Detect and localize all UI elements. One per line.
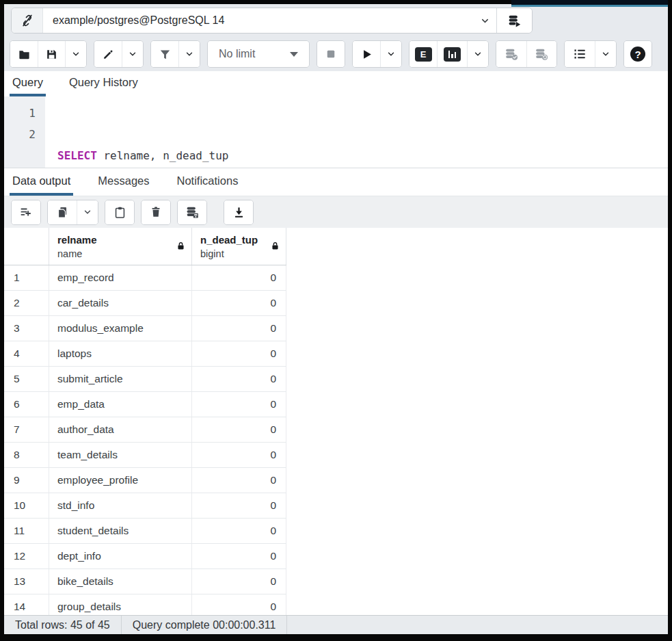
row-number[interactable]: 8 (4, 443, 49, 467)
table-row[interactable]: 11student_details0 (4, 519, 286, 544)
cell-relname[interactable]: modulus_example (49, 316, 192, 341)
cell-n-dead-tup[interactable]: 0 (192, 569, 286, 594)
row-number[interactable]: 7 (4, 417, 49, 442)
cell-relname[interactable]: student_details (49, 519, 192, 543)
row-number[interactable]: 14 (4, 594, 49, 615)
download-button[interactable] (224, 200, 253, 224)
table-row[interactable]: 5submit_article0 (4, 367, 286, 392)
tab-query-history[interactable]: Query History (66, 71, 141, 96)
connection-select[interactable]: example/postgres@PostgreSQL 14 (11, 8, 533, 34)
row-number[interactable]: 1 (4, 265, 49, 290)
column-header-n-dead-tup[interactable]: n_dead_tup bigint (192, 228, 286, 265)
row-number[interactable]: 3 (4, 316, 49, 341)
table-row[interactable]: 6emp_data0 (4, 392, 286, 417)
table-row[interactable]: 14group_details0 (4, 594, 286, 615)
cell-n-dead-tup[interactable]: 0 (192, 316, 286, 341)
tab-notifications[interactable]: Notifications (174, 168, 241, 196)
paste-button[interactable] (105, 200, 134, 224)
cell-n-dead-tup[interactable]: 0 (192, 544, 286, 568)
row-number[interactable]: 9 (4, 468, 49, 493)
cell-relname[interactable]: submit_article (49, 367, 192, 391)
cell-relname[interactable]: car_details (49, 291, 192, 315)
cell-relname[interactable]: dept_info (49, 544, 192, 568)
row-number[interactable]: 12 (4, 544, 49, 568)
tab-data-output[interactable]: Data output (10, 168, 73, 196)
row-number[interactable]: 4 (4, 341, 49, 366)
column-header-relname[interactable]: relname name (49, 228, 192, 265)
explain-analyze-button[interactable] (437, 41, 467, 67)
cell-relname[interactable]: author_data (49, 417, 192, 442)
delete-row-button[interactable] (142, 200, 170, 224)
commit-button[interactable] (496, 41, 526, 67)
row-number[interactable]: 13 (4, 569, 49, 594)
execute-options-dropdown[interactable] (380, 41, 401, 67)
table-row[interactable]: 8team_details0 (4, 443, 286, 468)
cell-n-dead-tup[interactable]: 0 (192, 392, 286, 417)
chevron-down-icon (185, 49, 194, 59)
copy-options-dropdown[interactable] (77, 200, 98, 224)
cancel-query-button[interactable] (317, 41, 345, 67)
copy-button[interactable] (48, 200, 77, 224)
explain-button[interactable]: E (409, 41, 437, 67)
row-number[interactable]: 5 (4, 367, 49, 391)
sql-code[interactable]: SELECT relname, n_dead_tup FROM pg_stat_… (45, 96, 668, 168)
cell-n-dead-tup[interactable]: 0 (192, 519, 286, 543)
tab-messages[interactable]: Messages (95, 168, 152, 196)
open-file-button[interactable] (10, 41, 38, 67)
save-data-changes-button[interactable] (178, 200, 206, 224)
save-icon (45, 48, 58, 61)
cell-n-dead-tup[interactable]: 0 (192, 443, 286, 467)
explain-group: E (409, 40, 489, 68)
table-row[interactable]: 3modulus_example0 (4, 316, 286, 341)
row-limit-select[interactable]: No limit (208, 41, 309, 67)
cell-relname[interactable]: group_details (49, 594, 192, 615)
row-number[interactable]: 11 (4, 519, 49, 543)
table-row[interactable]: 12dept_info0 (4, 544, 286, 569)
cell-relname[interactable]: laptops (49, 341, 192, 366)
cell-relname[interactable]: emp_data (49, 392, 192, 417)
cell-n-dead-tup[interactable]: 0 (192, 468, 286, 493)
add-row-button[interactable] (12, 200, 40, 224)
macro-button[interactable] (565, 41, 595, 67)
table-row[interactable]: 13bike_details0 (4, 569, 286, 594)
execute-button[interactable] (353, 41, 380, 67)
cell-relname[interactable]: std_info (49, 493, 192, 518)
table-row[interactable]: 10std_info0 (4, 493, 286, 519)
filter-options-dropdown[interactable] (178, 41, 200, 67)
table-row[interactable]: 4laptops0 (4, 341, 286, 367)
cell-relname[interactable]: employee_profile (49, 468, 192, 493)
cell-n-dead-tup[interactable]: 0 (192, 367, 286, 391)
explain-options-dropdown[interactable] (467, 41, 488, 67)
edit-button[interactable] (94, 41, 122, 67)
help-button[interactable]: ? (624, 41, 651, 67)
cell-n-dead-tup[interactable]: 0 (192, 417, 286, 442)
cell-n-dead-tup[interactable]: 0 (192, 265, 286, 290)
table-row[interactable]: 7author_data0 (4, 417, 286, 443)
chevron-down-icon[interactable] (473, 8, 496, 33)
cell-relname[interactable]: emp_record (49, 265, 192, 290)
table-row[interactable]: 1emp_record0 (4, 265, 286, 291)
save-options-dropdown[interactable] (65, 41, 86, 67)
table-row[interactable]: 9employee_profile0 (4, 468, 286, 493)
cell-n-dead-tup[interactable]: 0 (192, 291, 286, 315)
row-number[interactable]: 2 (4, 291, 49, 315)
save-file-button[interactable] (38, 41, 65, 67)
rollback-button[interactable] (526, 41, 556, 67)
new-connection-button[interactable] (497, 8, 532, 33)
cell-n-dead-tup[interactable]: 0 (192, 493, 286, 518)
filter-button[interactable] (151, 41, 178, 67)
row-number[interactable]: 10 (4, 493, 49, 518)
table-row[interactable]: 2car_details0 (4, 291, 286, 316)
row-number-header[interactable] (4, 228, 49, 265)
row-number[interactable]: 6 (4, 392, 49, 417)
cell-relname[interactable]: team_details (49, 443, 192, 467)
data-output-grid[interactable]: relname name n_dead_tup bigint (4, 228, 668, 615)
edit-options-dropdown[interactable] (122, 41, 143, 67)
cell-n-dead-tup[interactable]: 0 (192, 341, 286, 366)
cell-n-dead-tup[interactable]: 0 (192, 594, 286, 615)
sql-editor[interactable]: 1 2 SELECT relname, n_dead_tup FROM pg_s… (4, 96, 668, 168)
macro-options-dropdown[interactable] (595, 41, 616, 67)
pgadmin-query-tool: example/postgres@PostgreSQL 14 (4, 4, 668, 634)
tab-query[interactable]: Query (10, 71, 46, 96)
cell-relname[interactable]: bike_details (49, 569, 192, 594)
